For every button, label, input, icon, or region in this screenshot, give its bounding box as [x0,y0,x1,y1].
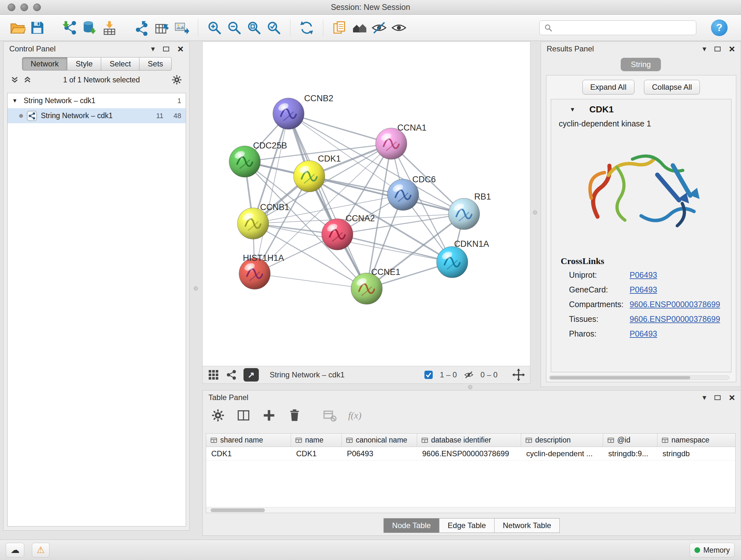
tab-string[interactable]: String [621,58,661,71]
hide-selected-button[interactable] [369,18,389,38]
crosslink-link[interactable]: P06493 [630,270,657,280]
column-header--id[interactable]: @id [603,434,657,447]
search-box[interactable] [539,20,696,35]
column-header-namespace[interactable]: namespace [657,434,736,447]
zoom-fit-button[interactable] [244,18,264,38]
crosslink-link[interactable]: P06493 [630,285,657,294]
hidden-eye-slash-icon[interactable] [463,370,474,380]
column-header-database-identifier[interactable]: database identifier [417,434,521,447]
memory-button[interactable]: Memory [690,543,735,557]
tab-select[interactable]: Select [101,57,139,71]
crosslink-link[interactable]: P06493 [630,329,657,338]
import-network-file-button[interactable] [60,18,80,38]
network-node-ccna1[interactable]: CCNA1 [376,123,427,159]
tab-sets[interactable]: Sets [139,57,172,71]
search-input[interactable] [556,23,691,32]
collapse-gene-icon[interactable]: ▼ [569,106,576,113]
network-node-cdkn1a[interactable]: CDKN1A [436,239,489,278]
options-gear-icon[interactable] [172,74,182,85]
network-node-rb1[interactable]: RB1 [448,192,491,230]
table-cell[interactable]: CDK1 [206,447,291,460]
panel-float-icon[interactable] [163,47,169,51]
column-header-description[interactable]: description [521,434,603,447]
show-all-button[interactable] [389,18,409,38]
expand-all-tree-icon[interactable] [23,76,31,83]
table-cell[interactable]: P06493 [342,447,417,460]
home-button[interactable] [349,18,369,38]
pan-crosshair-icon[interactable] [512,368,525,381]
open-session-button[interactable] [8,18,27,38]
zoom-out-button[interactable] [224,18,244,38]
crosslink-link[interactable]: 9606.ENSP00000378699 [630,300,720,309]
panel-menu-icon[interactable]: ▾ [151,45,155,53]
birdseye-view-icon[interactable] [226,369,237,381]
add-column-icon[interactable] [262,408,276,422]
zoom-window-button[interactable] [33,3,41,11]
apply-layout-button[interactable] [297,18,317,38]
panel-float-icon[interactable] [715,47,721,51]
network-edge[interactable] [288,114,391,144]
panel-float-icon[interactable] [715,395,721,400]
tab-network[interactable]: Network [22,57,67,71]
collapse-all-icon[interactable] [10,76,19,83]
export-table-button[interactable] [152,18,172,38]
save-session-button[interactable] [27,18,47,38]
panel-close-icon[interactable]: × [729,43,735,55]
warnings-button[interactable]: ⚠ [32,543,50,557]
import-table-file-button[interactable] [99,18,119,38]
table-cell[interactable]: stringdb [657,447,736,460]
panel-menu-icon[interactable]: ▾ [702,45,706,53]
table-options-gear-icon[interactable] [211,408,225,422]
table-cell[interactable]: CDK1 [291,447,342,460]
network-edge[interactable] [255,273,367,289]
crosslink-link[interactable]: 9606.ENSP00000378699 [630,314,720,324]
network-node-hist1h1a[interactable]: HIST1H1A [239,253,284,289]
results-horizontal-scrollbar[interactable] [549,375,730,380]
title-bar[interactable]: Session: New Session [0,0,741,15]
panel-menu-icon[interactable]: ▾ [702,394,706,401]
caret-down-icon[interactable]: ▼ [12,98,20,104]
minimize-window-button[interactable] [20,3,28,11]
export-image-button[interactable] [172,18,192,38]
table-cell[interactable]: cyclin-dependent ... [521,447,603,460]
show-columns-icon[interactable] [237,408,251,422]
column-header-canonical-name[interactable]: canonical name [342,434,417,447]
splitter-handle[interactable] [194,287,198,291]
column-header-shared-name[interactable]: shared name [206,434,291,447]
open-in-new-window-button[interactable]: ↗ [244,368,259,381]
table-cell[interactable]: 9606.ENSP00000378699 [417,447,521,460]
zoom-in-button[interactable] [205,18,224,38]
network-row[interactable]: String Network – cdk1 11 48 [8,108,186,123]
tab-edge-table[interactable]: Edge Table [440,518,495,533]
network-canvas[interactable]: CCNB2CCNA1CDC25BCDK1CDC6RB1CCNB1CCNA2CDK… [202,42,530,366]
tab-style[interactable]: Style [67,57,101,71]
splitter-handle[interactable] [468,385,472,389]
network-graph[interactable]: CCNB2CCNA1CDC25BCDK1CDC6RB1CCNB1CCNA2CDK… [203,42,531,366]
network-collection-row[interactable]: ▼ String Network – cdk1 1 [8,93,186,108]
delete-column-icon[interactable] [287,408,301,422]
help-icon[interactable]: ? [711,19,728,36]
column-header-name[interactable]: name [291,434,342,447]
zoom-selected-button[interactable] [264,18,284,38]
selected-checkbox-icon[interactable] [424,370,433,380]
cloud-button[interactable]: ☁ [6,543,24,557]
new-network-from-selection-button[interactable] [132,18,152,38]
expand-all-button[interactable]: Expand All [583,80,634,95]
splitter-handle[interactable] [533,210,537,214]
network-node-cdk1[interactable]: CDK1 [293,154,341,192]
network-edge[interactable] [255,114,288,273]
network-edge[interactable] [288,114,367,289]
table-row[interactable]: CDK1CDK1P064939606.ENSP00000378699cyclin… [206,447,735,460]
grid-view-icon[interactable] [208,369,219,381]
collapse-all-button[interactable]: Collapse All [644,80,700,95]
copy-document-button[interactable] [330,18,349,38]
table-horizontal-scrollbar[interactable] [206,507,735,513]
tab-network-table[interactable]: Network Table [495,518,560,533]
tab-node-table[interactable]: Node Table [384,518,440,533]
import-network-database-button[interactable] [80,18,99,38]
panel-close-icon[interactable]: × [729,392,735,403]
close-window-button[interactable] [8,3,15,11]
panel-close-icon[interactable]: × [178,43,184,55]
network-node-ccnb1[interactable]: CCNB1 [238,202,289,239]
table-cell[interactable]: stringdb:9... [603,447,657,460]
